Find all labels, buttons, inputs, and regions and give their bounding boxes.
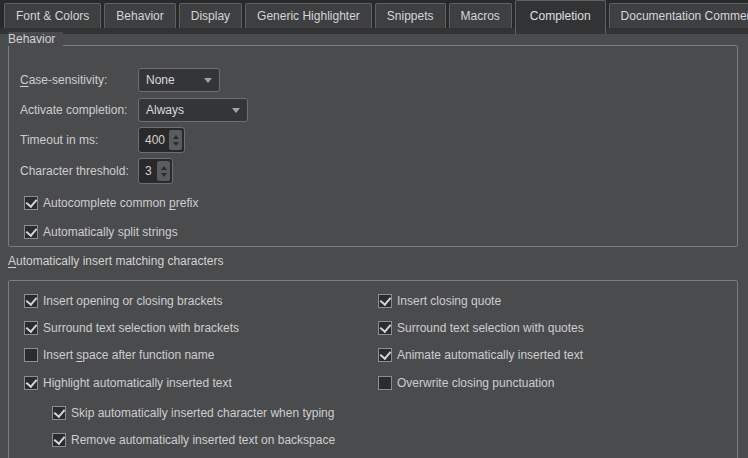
checkbox-animate-automatically-inserted-text[interactable]: Animate automatically inserted text (378, 348, 583, 362)
checkbox-box (24, 376, 38, 390)
case-sensitivity-row: Case-sensitivity: None (20, 68, 220, 92)
activate-completion-row: Activate completion: Always (20, 98, 248, 122)
auto-insert-group-title: Automatically insert matching characters (8, 254, 223, 268)
checkbox-box (24, 348, 38, 362)
timeout-spinbox[interactable]: 400 (138, 127, 185, 153)
case-sensitivity-label: Case-sensitivity: (20, 73, 138, 87)
checkbox-label: Animate automatically inserted text (397, 348, 583, 362)
chevron-down-icon (204, 78, 212, 83)
checkbox-label: Surround text selection with quotes (397, 321, 584, 335)
timeout-row: Timeout in ms: 400 (20, 127, 185, 153)
spin-up-icon[interactable] (161, 166, 167, 170)
checkbox-box (378, 376, 392, 390)
behavior-group-title: Behavior (8, 32, 63, 46)
checkbox-label: Insert closing quote (397, 294, 501, 308)
auto-insert-groupbox: Insert opening or closing brackets Surro… (8, 280, 738, 458)
checkbox-surround-selection-with-brackets[interactable]: Surround text selection with brackets (24, 321, 239, 335)
tab-macros[interactable]: Macros (449, 3, 512, 28)
checkbox-insert-space-after-function-name[interactable]: Insert space after function name (24, 348, 214, 362)
checkbox-label: Remove automatically inserted text on ba… (71, 433, 335, 447)
checkbox-label: Skip automatically inserted character wh… (71, 406, 334, 420)
tab-snippets[interactable]: Snippets (375, 3, 446, 28)
checkbox-label: Automatically split strings (43, 225, 178, 239)
checkbox-label: Overwrite closing punctuation (397, 376, 554, 390)
spin-down-icon[interactable] (161, 173, 167, 177)
checkbox-box (24, 225, 38, 239)
checkbox-highlight-automatically-inserted-text[interactable]: Highlight automatically inserted text (24, 376, 232, 390)
checkbox-autocomplete-common-prefix[interactable]: Autocomplete common prefix (24, 196, 198, 210)
checkbox-insert-opening-or-closing-brackets[interactable]: Insert opening or closing brackets (24, 294, 222, 308)
checkbox-overwrite-closing-punctuation[interactable]: Overwrite closing punctuation (378, 376, 554, 390)
checkbox-box (52, 433, 66, 447)
tab-bar: Font & Colors Behavior Display Generic H… (0, 0, 748, 34)
activate-completion-label: Activate completion: (20, 103, 138, 117)
checkbox-remove-automatically-inserted-text[interactable]: Remove automatically inserted text on ba… (52, 433, 335, 447)
tab-behavior[interactable]: Behavior (104, 3, 175, 28)
checkbox-box (52, 406, 66, 420)
checkbox-automatically-split-strings[interactable]: Automatically split strings (24, 225, 178, 239)
tab-generic-highlighter[interactable]: Generic Highlighter (245, 3, 372, 28)
character-threshold-spinbox[interactable]: 3 (138, 158, 173, 184)
spinbox-buttons[interactable] (169, 130, 182, 150)
checkbox-box (378, 294, 392, 308)
checkbox-label: Insert opening or closing brackets (43, 294, 222, 308)
checkbox-surround-selection-with-quotes[interactable]: Surround text selection with quotes (378, 321, 584, 335)
chevron-down-icon (232, 108, 240, 113)
character-threshold-row: Character threshold: 3 (20, 158, 173, 184)
tab-display[interactable]: Display (179, 3, 242, 28)
spinbox-value: 3 (139, 159, 157, 183)
spinbox-buttons[interactable] (157, 161, 170, 181)
spin-down-icon[interactable] (173, 142, 179, 146)
character-threshold-label: Character threshold: (20, 164, 138, 178)
checkbox-skip-automatically-inserted-character[interactable]: Skip automatically inserted character wh… (52, 406, 334, 420)
dropdown-value: None (146, 73, 175, 87)
tab-documentation-comments[interactable]: Documentation Comments (609, 3, 748, 28)
tab-completion[interactable]: Completion (515, 0, 606, 34)
checkbox-label: Surround text selection with brackets (43, 321, 239, 335)
checkbox-label: Autocomplete common prefix (43, 196, 198, 210)
checkbox-label: Insert space after function name (43, 348, 214, 362)
spin-up-icon[interactable] (173, 135, 179, 139)
case-sensitivity-dropdown[interactable]: None (138, 68, 220, 92)
spinbox-value: 400 (139, 128, 169, 152)
checkbox-insert-closing-quote[interactable]: Insert closing quote (378, 294, 501, 308)
checkbox-box (24, 321, 38, 335)
checkbox-box (378, 348, 392, 362)
timeout-label: Timeout in ms: (20, 133, 138, 147)
tab-font-and-colors[interactable]: Font & Colors (4, 3, 101, 28)
checkbox-box (24, 196, 38, 210)
activate-completion-dropdown[interactable]: Always (138, 98, 248, 122)
behavior-groupbox: Case-sensitivity: None Activate completi… (8, 45, 738, 247)
checkbox-label: Highlight automatically inserted text (43, 376, 232, 390)
checkbox-box (378, 321, 392, 335)
dropdown-value: Always (146, 103, 184, 117)
checkbox-box (24, 294, 38, 308)
